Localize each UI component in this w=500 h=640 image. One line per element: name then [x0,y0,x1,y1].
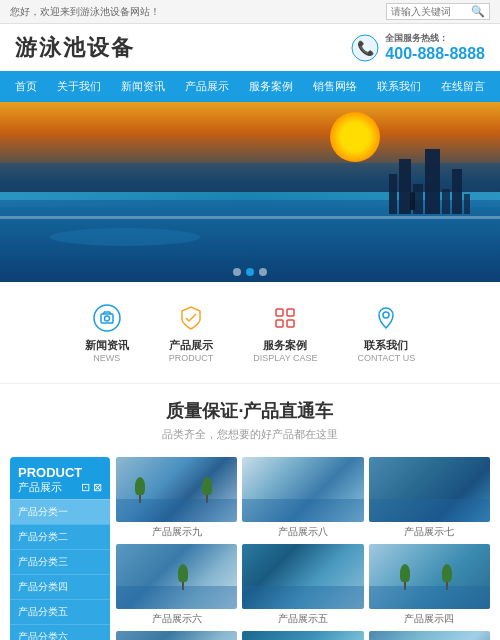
product-row-3: 产品展示三 产品展示二 产品展示一 [116,631,490,640]
navigation: 首页 关于我们 新闻资讯 产品展示 服务案例 销售网络 联系我们 在线留言 [0,71,500,102]
nav-item-home[interactable]: 首页 [5,71,47,102]
phone-label: 全国服务热线： [385,32,485,45]
phone-number: 400-888-8888 [385,45,485,63]
product-card-4[interactable]: 产品展示四 [369,544,490,626]
product-card-6[interactable]: 产品展示六 [116,544,237,626]
product-card-5[interactable]: 产品展示五 [242,544,363,626]
nav-item-service[interactable]: 服务案例 [239,71,303,102]
feature-product[interactable]: 产品展示 PRODUCT [149,297,234,368]
nav-item-products[interactable]: 产品展示 [175,71,239,102]
svg-text:📞: 📞 [357,40,375,57]
product-card-8-label: 产品展示八 [242,525,363,539]
product-card-8[interactable]: 产品展示八 [242,457,363,539]
svg-rect-5 [276,309,283,316]
feature-case-label: 服务案例 [263,338,307,353]
nav-item-about[interactable]: 关于我们 [47,71,111,102]
sidebar-menu-item-6[interactable]: 产品分类六 [10,624,110,640]
product-grid: 产品展示九 产品展示八 产品展示七 [116,457,490,640]
sidebar-product-cn: 产品展示 ⊡ ⊠ [18,480,102,495]
svg-rect-7 [276,320,283,327]
nav-item-news[interactable]: 新闻资讯 [111,71,175,102]
product-card-3[interactable]: 产品展示三 [116,631,237,640]
person-silhouette [410,192,415,210]
svg-point-9 [383,312,389,318]
sidebar-menu-item-2[interactable]: 产品分类二 [10,524,110,549]
product-card-2-image [242,631,363,640]
banner-dot-3[interactable] [259,268,267,276]
product-card-2[interactable]: 产品展示二 [242,631,363,640]
sidebar-menu-item-5[interactable]: 产品分类五 [10,599,110,624]
product-card-9-image [116,457,237,522]
feature-news-sub: NEWS [93,353,120,363]
banner-dots [233,268,267,276]
svg-point-2 [94,305,120,331]
feature-news-label: 新闻资讯 [85,338,129,353]
header: 游泳池设备 📞 全国服务热线： 400-888-8888 [0,24,500,71]
banner-dot-2[interactable] [246,268,254,276]
sidebar-menu: 产品分类一 产品分类二 产品分类三 产品分类四 产品分类五 产品分类六 [10,499,110,640]
top-bar: 您好，欢迎来到游泳池设备网站！ 🔍 [0,0,500,24]
sidebar-menu-item-3[interactable]: 产品分类三 [10,549,110,574]
product-card-9-label: 产品展示九 [116,525,237,539]
pool-edge [0,216,500,219]
product-card-6-image [116,544,237,609]
sidebar-header: PRODUCT 产品展示 ⊡ ⊠ [10,457,110,499]
product-card-1[interactable]: 产品展示一 [369,631,490,640]
svg-point-4 [104,316,109,321]
search-box[interactable]: 🔍 [386,3,490,20]
sidebar-icons: ⊡ ⊠ [81,481,102,494]
grid-icon [269,302,301,334]
feature-case[interactable]: 服务案例 DISPLAY CASE [233,297,337,368]
city-silhouette [389,149,470,214]
search-input[interactable] [391,6,471,17]
feature-case-sub: DISPLAY CASE [253,353,317,363]
section-subtitle: 品类齐全，您想要的好产品都在这里 [10,427,490,442]
logo: 游泳池设备 [15,33,135,63]
product-card-4-label: 产品展示四 [369,612,490,626]
product-section: PRODUCT 产品展示 ⊡ ⊠ 产品分类一 产品分类二 产品分类三 产品分类四… [0,447,500,640]
hero-banner [0,102,500,282]
product-row-1: 产品展示九 产品展示八 产品展示七 [116,457,490,539]
product-card-1-image [369,631,490,640]
product-card-7-image [369,457,490,522]
product-card-4-image [369,544,490,609]
banner-dot-1[interactable] [233,268,241,276]
nav-item-message[interactable]: 在线留言 [431,71,495,102]
product-card-7[interactable]: 产品展示七 [369,457,490,539]
product-card-3-image [116,631,237,640]
section-title: 质量保证·产品直通车 [10,399,490,423]
search-icon[interactable]: 🔍 [471,5,485,18]
nav-item-sales[interactable]: 销售网络 [303,71,367,102]
top-bar-text: 您好，欢迎来到游泳池设备网站！ [10,5,160,19]
product-card-8-image [242,457,363,522]
svg-rect-6 [287,309,294,316]
sidebar-menu-item-1[interactable]: 产品分类一 [10,499,110,524]
product-sidebar: PRODUCT 产品展示 ⊡ ⊠ 产品分类一 产品分类二 产品分类三 产品分类四… [10,457,110,640]
feature-news[interactable]: 新闻资讯 NEWS [65,297,149,368]
product-card-6-label: 产品展示六 [116,612,237,626]
camera-icon [91,302,123,334]
phone-icon: 📞 [351,34,379,62]
product-card-5-label: 产品展示五 [242,612,363,626]
product-card-5-image [242,544,363,609]
product-row-2: 产品展示六 产品展示五 产品展示四 [116,544,490,626]
product-card-9[interactable]: 产品展示九 [116,457,237,539]
sidebar-menu-item-4[interactable]: 产品分类四 [10,574,110,599]
banner-sun [330,112,380,162]
phone-box: 📞 全国服务热线： 400-888-8888 [351,32,485,63]
location-icon [370,302,402,334]
feature-product-sub: PRODUCT [169,353,214,363]
nav-item-contact[interactable]: 联系我们 [367,71,431,102]
feature-icons: 新闻资讯 NEWS 产品展示 PRODUCT 服务案例 DISPLAY CASE… [0,282,500,384]
feature-contact-label: 联系我们 [364,338,408,353]
sidebar-product-en: PRODUCT [18,465,102,480]
shield-icon [175,302,207,334]
feature-product-label: 产品展示 [169,338,213,353]
product-card-7-label: 产品展示七 [369,525,490,539]
section-title-area: 质量保证·产品直通车 品类齐全，您想要的好产品都在这里 [0,384,500,447]
feature-contact-sub: CONTACT US [358,353,416,363]
feature-contact[interactable]: 联系我们 CONTACT US [338,297,436,368]
svg-rect-8 [287,320,294,327]
